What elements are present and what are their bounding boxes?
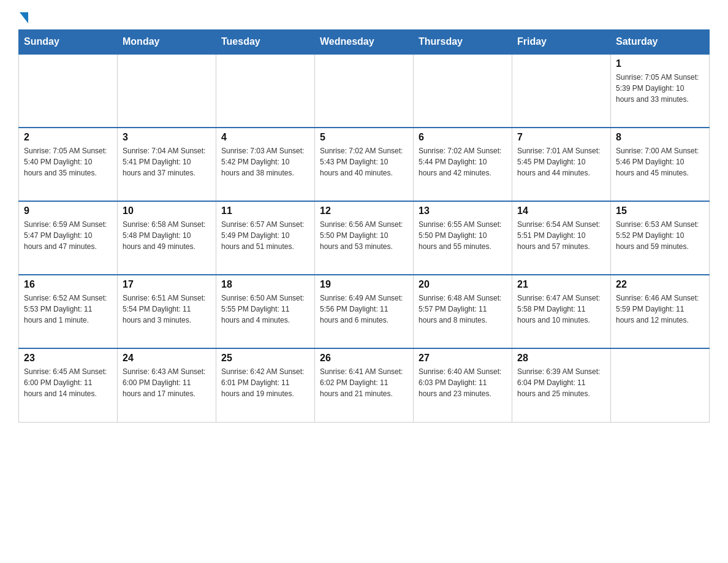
calendar-cell: 8Sunrise: 7:00 AM Sunset: 5:46 PM Daylig… bbox=[611, 128, 710, 201]
calendar-cell: 22Sunrise: 6:46 AM Sunset: 5:59 PM Dayli… bbox=[611, 275, 710, 348]
calendar-header-friday: Friday bbox=[512, 30, 611, 55]
day-info: Sunrise: 6:59 AM Sunset: 5:47 PM Dayligh… bbox=[24, 219, 112, 252]
day-info: Sunrise: 7:02 AM Sunset: 5:43 PM Dayligh… bbox=[320, 145, 408, 178]
day-number: 22 bbox=[616, 279, 704, 290]
day-info: Sunrise: 6:56 AM Sunset: 5:50 PM Dayligh… bbox=[320, 219, 408, 252]
calendar-cell: 3Sunrise: 7:04 AM Sunset: 5:41 PM Daylig… bbox=[118, 128, 216, 201]
calendar-cell: 7Sunrise: 7:01 AM Sunset: 5:45 PM Daylig… bbox=[512, 128, 611, 201]
calendar-week-3: 9Sunrise: 6:59 AM Sunset: 5:47 PM Daylig… bbox=[19, 201, 710, 275]
day-number: 5 bbox=[320, 132, 408, 143]
day-number: 28 bbox=[517, 353, 605, 364]
calendar-cell: 9Sunrise: 6:59 AM Sunset: 5:47 PM Daylig… bbox=[19, 201, 118, 275]
day-number: 21 bbox=[517, 279, 605, 290]
day-number: 11 bbox=[221, 205, 309, 216]
calendar-cell bbox=[118, 54, 216, 128]
day-number: 12 bbox=[320, 205, 408, 216]
calendar-cell: 19Sunrise: 6:49 AM Sunset: 5:56 PM Dayli… bbox=[315, 275, 414, 348]
calendar-week-2: 2Sunrise: 7:05 AM Sunset: 5:40 PM Daylig… bbox=[19, 128, 710, 201]
calendar-cell: 23Sunrise: 6:45 AM Sunset: 6:00 PM Dayli… bbox=[19, 348, 118, 422]
calendar-cell: 27Sunrise: 6:40 AM Sunset: 6:03 PM Dayli… bbox=[414, 348, 512, 422]
day-info: Sunrise: 6:49 AM Sunset: 5:56 PM Dayligh… bbox=[320, 293, 408, 326]
calendar-cell: 25Sunrise: 6:42 AM Sunset: 6:01 PM Dayli… bbox=[216, 348, 315, 422]
day-info: Sunrise: 6:51 AM Sunset: 5:54 PM Dayligh… bbox=[123, 293, 211, 326]
day-info: Sunrise: 7:01 AM Sunset: 5:45 PM Dayligh… bbox=[517, 145, 605, 178]
day-info: Sunrise: 7:02 AM Sunset: 5:44 PM Dayligh… bbox=[419, 145, 507, 178]
calendar-cell: 17Sunrise: 6:51 AM Sunset: 5:54 PM Dayli… bbox=[118, 275, 216, 348]
day-info: Sunrise: 6:41 AM Sunset: 6:02 PM Dayligh… bbox=[320, 366, 408, 399]
calendar-table: SundayMondayTuesdayWednesdayThursdayFrid… bbox=[18, 29, 710, 423]
calendar-cell: 24Sunrise: 6:43 AM Sunset: 6:00 PM Dayli… bbox=[118, 348, 216, 422]
day-number: 7 bbox=[517, 132, 605, 143]
calendar-cell: 13Sunrise: 6:55 AM Sunset: 5:50 PM Dayli… bbox=[414, 201, 512, 275]
calendar-cell: 15Sunrise: 6:53 AM Sunset: 5:52 PM Dayli… bbox=[611, 201, 710, 275]
calendar-header-thursday: Thursday bbox=[414, 30, 512, 55]
calendar-cell: 28Sunrise: 6:39 AM Sunset: 6:04 PM Dayli… bbox=[512, 348, 611, 422]
day-number: 3 bbox=[123, 132, 211, 143]
day-info: Sunrise: 7:00 AM Sunset: 5:46 PM Dayligh… bbox=[616, 145, 704, 178]
calendar-cell: 16Sunrise: 6:52 AM Sunset: 5:53 PM Dayli… bbox=[19, 275, 118, 348]
day-number: 14 bbox=[517, 205, 605, 216]
day-number: 13 bbox=[419, 205, 507, 216]
day-info: Sunrise: 6:52 AM Sunset: 5:53 PM Dayligh… bbox=[24, 293, 112, 326]
day-number: 23 bbox=[24, 353, 112, 364]
day-number: 6 bbox=[419, 132, 507, 143]
calendar-cell: 10Sunrise: 6:58 AM Sunset: 5:48 PM Dayli… bbox=[118, 201, 216, 275]
day-number: 1 bbox=[616, 58, 704, 69]
day-number: 17 bbox=[123, 279, 211, 290]
day-info: Sunrise: 6:57 AM Sunset: 5:49 PM Dayligh… bbox=[221, 219, 309, 252]
logo bbox=[18, 12, 29, 23]
day-number: 16 bbox=[24, 279, 112, 290]
day-number: 8 bbox=[616, 132, 704, 143]
calendar-cell bbox=[512, 54, 611, 128]
day-info: Sunrise: 6:46 AM Sunset: 5:59 PM Dayligh… bbox=[616, 293, 704, 326]
calendar-cell bbox=[315, 54, 414, 128]
day-info: Sunrise: 6:40 AM Sunset: 6:03 PM Dayligh… bbox=[419, 366, 507, 399]
calendar-header-saturday: Saturday bbox=[611, 30, 710, 55]
calendar-cell: 6Sunrise: 7:02 AM Sunset: 5:44 PM Daylig… bbox=[414, 128, 512, 201]
day-info: Sunrise: 6:53 AM Sunset: 5:52 PM Dayligh… bbox=[616, 219, 704, 252]
calendar-cell: 21Sunrise: 6:47 AM Sunset: 5:58 PM Dayli… bbox=[512, 275, 611, 348]
calendar-week-4: 16Sunrise: 6:52 AM Sunset: 5:53 PM Dayli… bbox=[19, 275, 710, 348]
day-info: Sunrise: 6:43 AM Sunset: 6:00 PM Dayligh… bbox=[123, 366, 211, 399]
day-info: Sunrise: 6:55 AM Sunset: 5:50 PM Dayligh… bbox=[419, 219, 507, 252]
day-number: 9 bbox=[24, 205, 112, 216]
calendar-header-monday: Monday bbox=[118, 30, 216, 55]
day-info: Sunrise: 6:45 AM Sunset: 6:00 PM Dayligh… bbox=[24, 366, 112, 399]
calendar-header-row: SundayMondayTuesdayWednesdayThursdayFrid… bbox=[19, 30, 710, 55]
day-number: 2 bbox=[24, 132, 112, 143]
calendar-week-5: 23Sunrise: 6:45 AM Sunset: 6:00 PM Dayli… bbox=[19, 348, 710, 422]
day-number: 4 bbox=[221, 132, 309, 143]
day-info: Sunrise: 6:48 AM Sunset: 5:57 PM Dayligh… bbox=[419, 293, 507, 326]
day-number: 20 bbox=[419, 279, 507, 290]
page-header bbox=[18, 12, 710, 23]
calendar-header-tuesday: Tuesday bbox=[216, 30, 315, 55]
day-info: Sunrise: 6:54 AM Sunset: 5:51 PM Dayligh… bbox=[517, 219, 605, 252]
calendar-cell: 18Sunrise: 6:50 AM Sunset: 5:55 PM Dayli… bbox=[216, 275, 315, 348]
day-info: Sunrise: 6:42 AM Sunset: 6:01 PM Dayligh… bbox=[221, 366, 309, 399]
calendar-cell: 20Sunrise: 6:48 AM Sunset: 5:57 PM Dayli… bbox=[414, 275, 512, 348]
calendar-cell bbox=[611, 348, 710, 422]
day-info: Sunrise: 6:47 AM Sunset: 5:58 PM Dayligh… bbox=[517, 293, 605, 326]
day-number: 25 bbox=[221, 353, 309, 364]
calendar-header-sunday: Sunday bbox=[19, 30, 118, 55]
calendar-cell: 14Sunrise: 6:54 AM Sunset: 5:51 PM Dayli… bbox=[512, 201, 611, 275]
calendar-cell: 1Sunrise: 7:05 AM Sunset: 5:39 PM Daylig… bbox=[611, 54, 710, 128]
day-number: 27 bbox=[419, 353, 507, 364]
calendar-cell: 26Sunrise: 6:41 AM Sunset: 6:02 PM Dayli… bbox=[315, 348, 414, 422]
day-number: 24 bbox=[123, 353, 211, 364]
calendar-cell bbox=[216, 54, 315, 128]
calendar-cell bbox=[19, 54, 118, 128]
logo-arrow-icon bbox=[20, 12, 28, 23]
calendar-header-wednesday: Wednesday bbox=[315, 30, 414, 55]
calendar-cell: 2Sunrise: 7:05 AM Sunset: 5:40 PM Daylig… bbox=[19, 128, 118, 201]
calendar-cell bbox=[414, 54, 512, 128]
day-info: Sunrise: 7:04 AM Sunset: 5:41 PM Dayligh… bbox=[123, 145, 211, 178]
calendar-cell: 4Sunrise: 7:03 AM Sunset: 5:42 PM Daylig… bbox=[216, 128, 315, 201]
day-number: 19 bbox=[320, 279, 408, 290]
calendar-week-1: 1Sunrise: 7:05 AM Sunset: 5:39 PM Daylig… bbox=[19, 54, 710, 128]
day-info: Sunrise: 7:05 AM Sunset: 5:40 PM Dayligh… bbox=[24, 145, 112, 178]
calendar-cell: 5Sunrise: 7:02 AM Sunset: 5:43 PM Daylig… bbox=[315, 128, 414, 201]
calendar-cell: 11Sunrise: 6:57 AM Sunset: 5:49 PM Dayli… bbox=[216, 201, 315, 275]
day-number: 26 bbox=[320, 353, 408, 364]
day-info: Sunrise: 6:58 AM Sunset: 5:48 PM Dayligh… bbox=[123, 219, 211, 252]
